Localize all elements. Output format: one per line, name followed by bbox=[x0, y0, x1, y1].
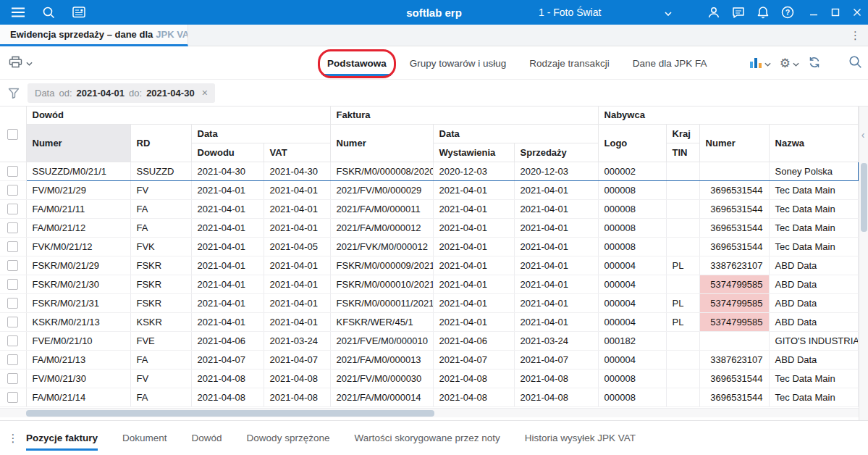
grid-cell[interactable]: ABD Data bbox=[769, 350, 858, 369]
grid-cell[interactable]: 2021-04-01 bbox=[264, 275, 330, 293]
col-dowod-numer[interactable]: Numer bbox=[26, 124, 130, 162]
grid-cell[interactable]: KSKR bbox=[130, 312, 191, 331]
grid-cell[interactable]: Tec Data Main bbox=[769, 369, 858, 388]
col-dowodu[interactable]: Dowodu bbox=[191, 143, 264, 162]
grid-cell[interactable]: 2021-04-07 bbox=[514, 350, 598, 369]
grid-cell[interactable]: Tec Data Main bbox=[769, 180, 858, 199]
grid-cell[interactable]: 000008 bbox=[598, 180, 666, 199]
table-row[interactable]: FV/M0/21/29FV2021-04-012021-04-012021/FV… bbox=[0, 180, 859, 199]
grid-cell[interactable]: PL bbox=[666, 293, 699, 312]
grid-cell[interactable]: 2021-04-01 bbox=[433, 256, 514, 275]
grid-cell[interactable]: 2021-04-01 bbox=[433, 237, 514, 256]
row-checkbox[interactable] bbox=[7, 298, 18, 309]
grid-cell[interactable]: FA bbox=[130, 199, 191, 218]
row-checkbox[interactable] bbox=[7, 354, 18, 365]
grid-cell[interactable]: FV bbox=[130, 180, 191, 199]
grid-cell[interactable]: 000004 bbox=[598, 293, 666, 312]
grid-cell[interactable]: FVK/M0/21/12 bbox=[26, 237, 130, 256]
horizontal-scrollbar[interactable] bbox=[0, 408, 859, 417]
help-icon[interactable]: ? bbox=[778, 3, 797, 22]
grid-cell[interactable] bbox=[666, 275, 699, 293]
bottom-tab-historia-wysylek[interactable]: Historia wysyłek JPK VAT bbox=[525, 426, 636, 451]
bottom-tab-dowody-sprzezone[interactable]: Dowody sprzężone bbox=[247, 426, 330, 451]
news-icon[interactable] bbox=[69, 3, 88, 22]
bottom-tab-dokument[interactable]: Dokument bbox=[122, 426, 167, 451]
col-nazwa[interactable]: Nazwa bbox=[769, 124, 858, 162]
grid-cell[interactable]: FA/M0/21/11 bbox=[26, 199, 130, 218]
grid-cell[interactable]: FSKR bbox=[130, 275, 191, 293]
grid-cell[interactable]: 2021-04-08 bbox=[514, 388, 598, 406]
grid-cell[interactable]: PL bbox=[666, 256, 699, 275]
col-wystawienia[interactable]: Wystawienia bbox=[433, 143, 514, 162]
grid-cell[interactable]: FSKR/M0/000008/2020 bbox=[330, 162, 433, 180]
chat-icon[interactable] bbox=[729, 3, 748, 22]
close-button[interactable] bbox=[846, 0, 868, 25]
grid-cell[interactable]: 2021/FV/M0/000029 bbox=[330, 180, 433, 199]
minimize-button[interactable] bbox=[803, 0, 825, 25]
bell-icon[interactable] bbox=[754, 3, 772, 22]
grid-cell[interactable]: 3696531544 bbox=[699, 180, 769, 199]
grid-cell[interactable]: 000004 bbox=[598, 312, 666, 331]
grid-cell[interactable]: 2021/FVK/M0/000012 bbox=[330, 237, 433, 256]
company-selector[interactable]: 1 - Foto Świat bbox=[539, 7, 672, 18]
grid-cell[interactable]: 2021-04-01 bbox=[264, 218, 330, 237]
grid-cell[interactable]: 2021-04-01 bbox=[433, 180, 514, 199]
grid-cell[interactable]: 2021-04-01 bbox=[514, 218, 598, 237]
col-faktura-data[interactable]: Data bbox=[433, 124, 598, 143]
bottom-tab-dowod[interactable]: Dowód bbox=[192, 426, 222, 451]
table-row[interactable]: FA/M0/21/11FA2021-04-012021-04-012021/FA… bbox=[0, 199, 859, 218]
grid-cell[interactable]: Tec Data Main bbox=[769, 237, 858, 256]
grid-cell[interactable]: FVE bbox=[130, 331, 191, 350]
select-all-checkbox[interactable] bbox=[7, 129, 18, 140]
col-rd[interactable]: RD bbox=[130, 124, 191, 162]
grid-cell[interactable]: 2021-04-01 bbox=[264, 293, 330, 312]
grid-cell[interactable]: 3696531544 bbox=[699, 199, 769, 218]
grid-cell[interactable]: FA bbox=[130, 388, 191, 406]
grid-cell[interactable] bbox=[699, 331, 769, 350]
grid-cell[interactable]: 2021-04-01 bbox=[433, 293, 514, 312]
grid-cell[interactable] bbox=[666, 388, 699, 406]
tab-rodzaje-transakcji[interactable]: Rodzaje transakcji bbox=[529, 46, 609, 80]
grid-cell[interactable]: 2021-04-08 bbox=[264, 388, 330, 406]
grid-cell[interactable]: FVE/M0/21/10 bbox=[26, 331, 130, 350]
table-row[interactable]: FA/M0/21/14FA2021-04-082021-04-082021/FA… bbox=[0, 388, 859, 406]
grid-cell[interactable]: 2021-04-08 bbox=[433, 388, 514, 406]
grid-cell[interactable]: 2021-04-01 bbox=[191, 312, 264, 331]
tab-podstawowa[interactable]: Podstawowa bbox=[327, 46, 387, 80]
grid-cell[interactable]: 000004 bbox=[598, 256, 666, 275]
search-icon[interactable] bbox=[39, 3, 58, 22]
refresh-button[interactable] bbox=[808, 57, 821, 70]
grid-cell[interactable]: FSKR/M0/000010/2021 bbox=[330, 275, 433, 293]
grid-cell[interactable]: 2021-04-08 bbox=[264, 369, 330, 388]
grid-cell[interactable]: 2021-04-08 bbox=[191, 388, 264, 406]
vertical-scrollbar-thumb[interactable] bbox=[861, 163, 867, 232]
user-icon[interactable] bbox=[704, 3, 723, 22]
grid-cell[interactable]: 2021-04-01 bbox=[264, 199, 330, 218]
grid-cell[interactable]: ABD Data bbox=[769, 256, 858, 275]
grid-cell[interactable]: FSKR bbox=[130, 256, 191, 275]
grid-cell[interactable]: 2021-04-05 bbox=[264, 237, 330, 256]
grid-cell[interactable]: 2021-04-01 bbox=[433, 199, 514, 218]
grid-cell[interactable]: 000008 bbox=[598, 199, 666, 218]
row-checkbox[interactable] bbox=[7, 392, 18, 403]
print-button[interactable] bbox=[9, 56, 33, 70]
grid-cell[interactable]: 2021-04-01 bbox=[514, 256, 598, 275]
vertical-scrollbar[interactable]: ‹ bbox=[859, 107, 868, 420]
grid-cell[interactable]: 2021-04-30 bbox=[264, 162, 330, 180]
grid-cell[interactable]: 2021-04-06 bbox=[191, 331, 264, 350]
grid-cell[interactable]: 2020-12-03 bbox=[514, 162, 598, 180]
grid-cell[interactable]: FVK bbox=[130, 237, 191, 256]
funnel-icon[interactable] bbox=[0, 88, 28, 99]
grid-cell[interactable]: 2021-04-01 bbox=[514, 237, 598, 256]
grid-cell[interactable]: 2021-04-30 bbox=[191, 162, 264, 180]
row-checkbox[interactable] bbox=[7, 335, 18, 346]
table-row[interactable]: FSKR/M0/21/30FSKR2021-04-012021-04-01FSK… bbox=[0, 275, 859, 293]
col-nabywca-numer[interactable]: Numer bbox=[699, 124, 769, 162]
col-vat[interactable]: VAT bbox=[264, 143, 330, 162]
grid-cell[interactable]: 000008 bbox=[598, 369, 666, 388]
grid-cell[interactable] bbox=[666, 237, 699, 256]
grid-cell[interactable]: FV/M0/21/30 bbox=[26, 369, 130, 388]
grid-cell[interactable]: FSKR/M0/000011/2021 bbox=[330, 293, 433, 312]
row-checkbox[interactable] bbox=[7, 204, 18, 214]
grid-cell[interactable]: SSUZZD bbox=[130, 162, 191, 180]
